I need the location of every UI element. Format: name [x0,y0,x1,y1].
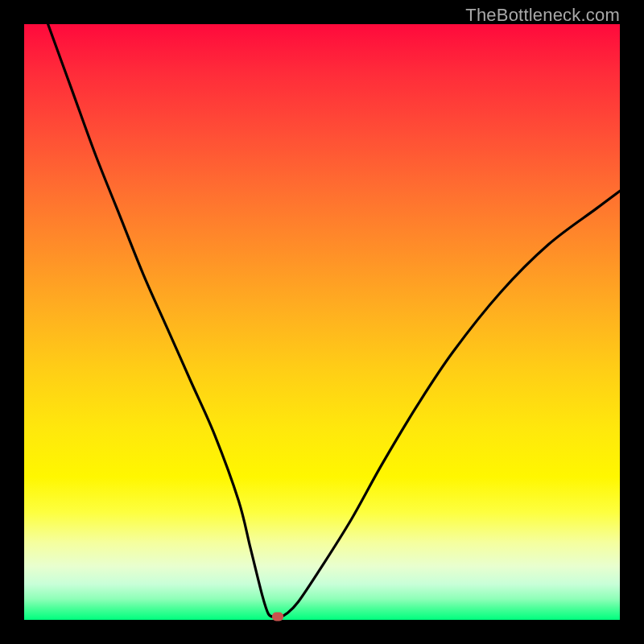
bottleneck-curve [48,24,620,617]
plot-area [24,24,620,620]
optimum-marker [272,613,283,621]
watermark-text: TheBottleneck.com [465,5,620,26]
curve-svg [24,24,620,620]
chart-container: TheBottleneck.com [0,0,644,644]
